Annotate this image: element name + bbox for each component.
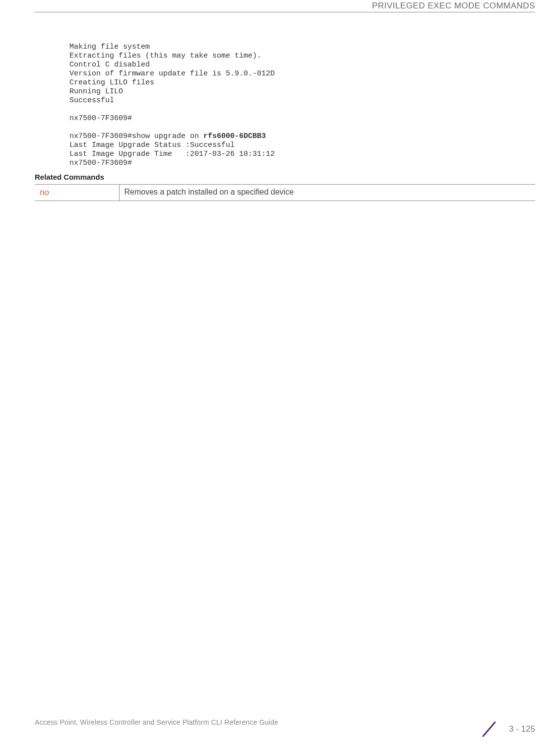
code-line: Extracting files (this may take some tim… [69, 52, 261, 60]
page-footer: Access Point, Wireless Controller and Se… [35, 718, 535, 738]
code-line: Last Image Upgrade Status :Successful [69, 141, 235, 149]
header-rule [35, 12, 535, 12]
footer-divider-icon [480, 720, 498, 738]
code-line: Version of firmware update file is 5.9.0… [69, 69, 275, 78]
page-number: 3 - 125 [509, 724, 535, 734]
table-row: no Removes a patch installed on a specif… [35, 185, 535, 201]
code-line: Last Image Upgrade Time :2017-03-26 10:3… [69, 150, 275, 158]
footer-guide-title: Access Point, Wireless Controller and Se… [35, 718, 535, 726]
code-line: Successful [69, 96, 114, 105]
related-command-description: Removes a patch installed on a specified… [119, 185, 535, 201]
related-commands-heading: Related Commands [35, 173, 535, 181]
code-line: nx7500-7F3609# [69, 159, 132, 167]
related-commands-table: no Removes a patch installed on a specif… [35, 184, 535, 201]
code-line: nx7500-7F3609# [69, 114, 132, 123]
page-header-title: PRIVILEGED EXEC MODE COMMANDS [372, 1, 535, 11]
code-line: Running LILO [69, 87, 123, 96]
code-line: Creating LILO files [69, 78, 154, 87]
code-bold-hostname: rfs6000-6DCBB3 [203, 132, 266, 140]
related-command-name[interactable]: no [35, 185, 119, 201]
code-line: Control C disabled [69, 61, 150, 69]
code-line: Making file system [69, 43, 150, 51]
svg-line-0 [483, 722, 495, 736]
code-line: nx7500-7F3609#show upgrade on [69, 132, 203, 140]
terminal-output: Making file system Extracting files (thi… [69, 43, 535, 168]
